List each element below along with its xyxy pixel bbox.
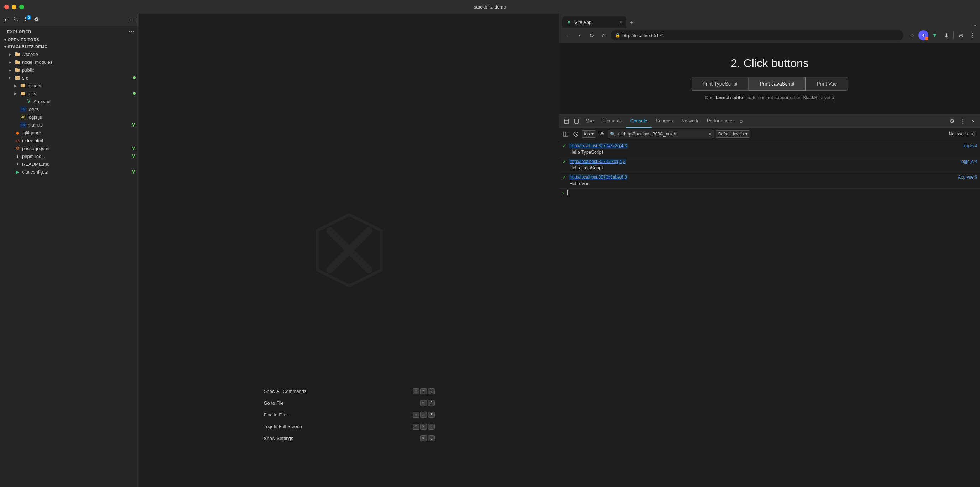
filename-src: src	[22, 75, 133, 81]
tab-sources[interactable]: Sources	[652, 115, 677, 128]
no-issues-label: No Issues	[949, 131, 968, 137]
vite-extension-icon[interactable]: ▼	[930, 30, 940, 40]
tab-elements[interactable]: Elements	[598, 115, 626, 128]
console-settings-icon[interactable]: ⚙	[969, 130, 978, 138]
file-item-pnpm-loc[interactable]: ℹ pnpm-loc... M	[0, 152, 138, 160]
file-item-node-modules[interactable]: ▶ node_modules	[0, 58, 138, 66]
folder-icon-utils	[20, 90, 26, 97]
home-button[interactable]: ⌂	[598, 30, 609, 40]
more-actions-icon[interactable]: ···	[130, 16, 135, 24]
stackblitz-demo-section[interactable]: ▾ STACKBLITZ-DEMO	[0, 43, 138, 50]
cmd-find-files[interactable]: Find in Files ⇧ ⌘ F	[264, 409, 435, 421]
webpage-area: 2. Click buttons Print TypeScript Print …	[560, 43, 980, 114]
tab-close-button[interactable]: ×	[619, 19, 622, 25]
expand-tab-button[interactable]: ⌄	[972, 21, 977, 28]
file-item-vscode[interactable]: ▶ .vscode	[0, 50, 138, 58]
console-link-3[interactable]: http://localhost:3070#3abe,6,3	[569, 174, 628, 180]
devtools-panel: Vue Elements Console Sources Network	[560, 114, 980, 487]
kbd-p: P	[428, 388, 435, 394]
file-item-index-html[interactable]: </> index.html	[0, 137, 138, 144]
kbd-f2: F	[428, 423, 435, 430]
tab-performance[interactable]: Performance	[703, 115, 738, 128]
filename-gitignore: .gitignore	[22, 130, 138, 136]
devtools-tab-bar: Vue Elements Console Sources Network	[560, 115, 980, 128]
devtools-inspect-icon[interactable]	[562, 116, 571, 126]
settings-icon[interactable]	[33, 16, 39, 24]
browser-tab-vite-app[interactable]: ▼ Vite App ×	[562, 16, 627, 28]
console-file-ref-2[interactable]: logjs.js:4	[961, 159, 977, 164]
console-filter-bar[interactable]: 🔍 -url:http://localhost:3000/_nuxt/n ×	[608, 130, 714, 138]
console-link-1[interactable]: http://localhost:3070#3e8g,4,3	[569, 143, 628, 148]
file-item-utils[interactable]: ▶ utils	[0, 89, 138, 97]
console-link-2[interactable]: http://localhost:3070#i7cg,4,3	[569, 159, 627, 164]
console-prompt-arrow: ›	[562, 190, 564, 196]
file-item-vite-config[interactable]: ▶ vite.config.ts M	[0, 168, 138, 176]
search-icon[interactable]	[14, 16, 19, 24]
cmd-go-to-file-keys: ⌘ P	[420, 400, 434, 406]
bookmark-icon[interactable]: ☆	[907, 30, 917, 40]
console-clear-icon[interactable]	[571, 130, 580, 138]
file-item-logjs[interactable]: JS logjs.js	[0, 113, 138, 121]
cmd-show-settings[interactable]: Show Settings ⌘ ,	[264, 433, 435, 444]
print-vue-button[interactable]: Print Vue	[805, 77, 848, 91]
file-item-log-ts[interactable]: TS log.ts	[0, 105, 138, 113]
explorer-icon[interactable]	[3, 16, 9, 24]
console-sidebar-icon[interactable]	[562, 130, 570, 138]
vite-config-modified: M	[131, 169, 136, 175]
cmd-show-settings-label: Show Settings	[264, 436, 293, 441]
new-tab-button[interactable]: +	[627, 18, 636, 28]
open-editors-section[interactable]: ▾ OPEN EDITORS	[0, 36, 138, 43]
browser-menu-icon[interactable]: ⋮	[967, 30, 977, 40]
file-item-package-json[interactable]: ⚙ package.json M	[0, 144, 138, 152]
forward-button[interactable]: ›	[574, 30, 584, 40]
file-item-gitignore[interactable]: ◆ .gitignore	[0, 129, 138, 137]
console-prompt[interactable]: ›	[560, 188, 980, 197]
tab-network[interactable]: Network	[677, 115, 703, 128]
explorer-header-actions[interactable]: ···	[129, 29, 134, 35]
profile-avatar[interactable]: 4	[918, 30, 928, 40]
source-control-icon[interactable]: 6	[24, 16, 29, 24]
print-typescript-button[interactable]: Print TypeScript	[692, 77, 749, 91]
devtools-overflow-btn[interactable]: ⋮	[958, 117, 967, 126]
file-item-public[interactable]: ▶ public	[0, 66, 138, 74]
tab-console[interactable]: Console	[626, 115, 652, 128]
file-item-assets[interactable]: ▶ assets	[0, 81, 138, 89]
downloads-icon[interactable]: ⬇	[941, 30, 951, 40]
minimize-button[interactable]	[12, 5, 16, 9]
console-entry-vue: ✓ http://localhost:3070#3abe,6,3 App.vue…	[560, 173, 980, 188]
kbd-shift2: ⇧	[413, 412, 420, 418]
tab-vue[interactable]: Vue	[582, 115, 598, 128]
top-context-selector[interactable]: top ▾	[582, 131, 596, 137]
src-modified-dot	[133, 76, 136, 79]
default-levels-dropdown[interactable]: Default levels ▾	[716, 131, 750, 137]
console-file-ref-3[interactable]: App.vue:6	[958, 175, 977, 180]
file-item-readme[interactable]: ℹ README.md	[0, 160, 138, 168]
file-item-main-ts[interactable]: TS main.ts M	[0, 121, 138, 129]
filename-utils: utils	[28, 91, 133, 96]
cmd-show-all[interactable]: Show All Commands ⇧ ⌘ P	[264, 385, 435, 397]
devtools-more-tabs[interactable]: »	[738, 118, 745, 125]
devtools-settings-btn[interactable]: ⚙	[947, 117, 956, 126]
svg-line-11	[575, 133, 577, 135]
print-javascript-button[interactable]: Print JavaScript	[749, 77, 805, 91]
package-json-modified: M	[131, 145, 136, 151]
address-bar-input[interactable]: 🔒 http://localhost:5174	[611, 30, 904, 40]
cmd-go-to-file[interactable]: Go to File ⌘ P	[264, 397, 435, 409]
filename-vite-config: vite.config.ts	[22, 169, 131, 175]
file-item-src[interactable]: ▾ src	[0, 74, 138, 81]
refresh-button[interactable]: ↻	[587, 30, 597, 40]
back-button[interactable]: ‹	[562, 30, 572, 40]
filename-pnpm-loc: pnpm-loc...	[22, 154, 131, 159]
console-link-row-3: ✓ http://localhost:3070#3abe,6,3 App.vue…	[560, 174, 980, 180]
extensions-icon[interactable]: ⊕	[956, 30, 966, 40]
console-file-ref-1[interactable]: log.ts:4	[963, 143, 977, 148]
console-eye-icon[interactable]: 👁	[598, 130, 606, 138]
cmd-toggle-fullscreen[interactable]: Toggle Full Screen ⌃ ⌘ F	[264, 421, 435, 433]
devtools-device-icon[interactable]	[571, 116, 582, 126]
filter-clear-button[interactable]: ×	[709, 131, 712, 137]
svg-rect-9	[565, 132, 568, 136]
close-button[interactable]	[4, 5, 9, 9]
file-item-app-vue[interactable]: V App.vue	[0, 97, 138, 105]
devtools-close-btn[interactable]: ×	[969, 117, 978, 126]
maximize-button[interactable]	[19, 5, 24, 9]
